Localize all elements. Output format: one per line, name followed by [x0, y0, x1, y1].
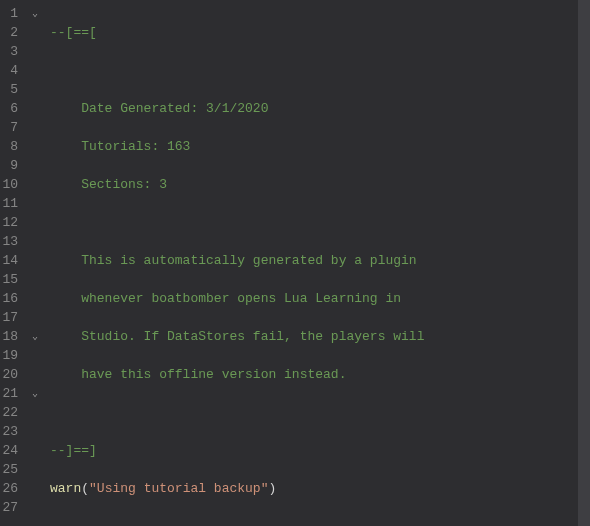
- fold-toggle-icon[interactable]: ⌄: [28, 4, 42, 23]
- line-number: 16: [0, 289, 20, 308]
- line-number: 11: [0, 194, 20, 213]
- line-number: 24: [0, 441, 20, 460]
- comment: Tutorials: 163: [50, 139, 190, 154]
- line-number: 22: [0, 403, 20, 422]
- line-number: 25: [0, 460, 20, 479]
- line-number: 9: [0, 156, 20, 175]
- vertical-scrollbar[interactable]: [578, 0, 590, 526]
- line-number: 23: [0, 422, 20, 441]
- line-number: 26: [0, 479, 20, 498]
- line-number-gutter: 1 2 3 4 5 6 7 8 9 10 11 12 13 14 15 16 1…: [0, 0, 28, 526]
- comment: Studio. If DataStores fail, the players …: [50, 329, 424, 344]
- comment: Sections: 3: [50, 177, 167, 192]
- line-number: 27: [0, 498, 20, 517]
- line-number: 6: [0, 99, 20, 118]
- line-number: 5: [0, 80, 20, 99]
- comment: This is automatically generated by a plu…: [50, 253, 417, 268]
- line-number: 13: [0, 232, 20, 251]
- line-number: 4: [0, 61, 20, 80]
- comment: have this offline version instead.: [50, 367, 346, 382]
- line-number: 2: [0, 23, 20, 42]
- line-number: 10: [0, 175, 20, 194]
- line-number: 3: [0, 42, 20, 61]
- line-number: 18: [0, 327, 20, 346]
- line-number: 19: [0, 346, 20, 365]
- line-number: 15: [0, 270, 20, 289]
- line-number: 17: [0, 308, 20, 327]
- line-number: 20: [0, 365, 20, 384]
- comment: --[==[: [50, 25, 97, 40]
- line-number: 1: [0, 4, 20, 23]
- line-number: 7: [0, 118, 20, 137]
- function-call: warn: [50, 481, 81, 496]
- line-number: 12: [0, 213, 20, 232]
- line-number: 21: [0, 384, 20, 403]
- fold-gutter: ⌄ ⌄ ⌄: [28, 0, 42, 526]
- line-number: 14: [0, 251, 20, 270]
- comment: Date Generated: 3/1/2020: [50, 101, 268, 116]
- fold-toggle-icon[interactable]: ⌄: [28, 384, 42, 403]
- fold-toggle-icon[interactable]: ⌄: [28, 327, 42, 346]
- comment: --]==]: [50, 443, 97, 458]
- comment: whenever boatbomber opens Lua Learning i…: [50, 291, 401, 306]
- string-literal: "Using tutorial backup": [89, 481, 268, 496]
- code-editor[interactable]: --[==[ Date Generated: 3/1/2020 Tutorial…: [42, 0, 578, 526]
- line-number: 8: [0, 137, 20, 156]
